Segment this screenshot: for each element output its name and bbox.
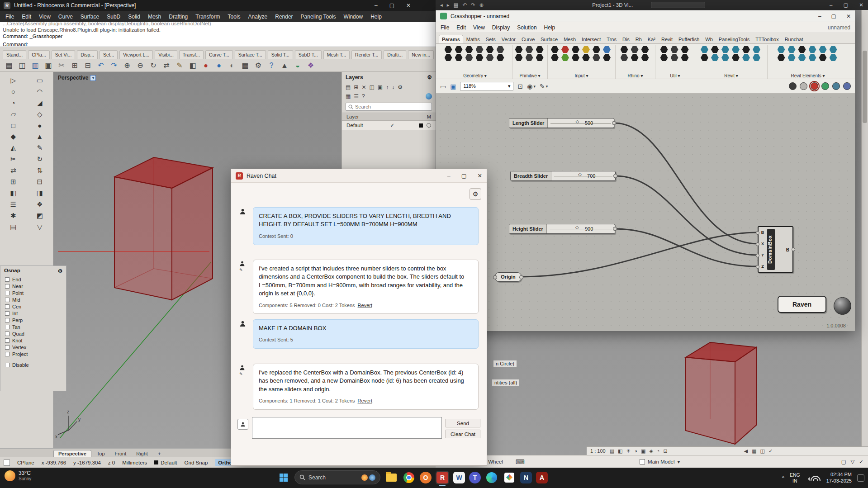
chat-message-input[interactable] — [252, 417, 442, 439]
sidebar-tool-icon[interactable]: ▲ — [36, 133, 43, 141]
view-control-icon[interactable]: ⊡ — [664, 448, 668, 454]
osnap-disable-checkbox[interactable]: Disable — [0, 361, 66, 368]
checkbox-icon[interactable] — [5, 363, 9, 367]
grasshopper-canvas[interactable]: Length Slider ◇ 500 Breadth Slider ◇ 700… — [436, 94, 855, 331]
infocenter-search-box[interactable] — [651, 2, 705, 8]
toolbar-icon[interactable]: ✂ — [57, 61, 66, 70]
gh-component-icon[interactable] — [497, 54, 504, 61]
preview-mode-icon[interactable] — [800, 82, 807, 90]
layers-search-input[interactable] — [355, 104, 423, 109]
preview-mode-icon[interactable] — [789, 82, 797, 90]
open-file-icon[interactable]: ▭ — [440, 83, 446, 90]
gh-component-icon[interactable] — [788, 46, 796, 53]
gear-icon[interactable]: ⚙ — [427, 74, 432, 81]
toolbar-tab[interactable]: Sel... — [100, 50, 118, 59]
frame-icon[interactable]: ⊡ — [517, 83, 523, 90]
revit-quick-access-icon[interactable]: ▸ — [447, 2, 450, 8]
osnap-checkbox[interactable]: Tan — [0, 323, 66, 330]
domainbox-input-z[interactable]: Z — [760, 264, 765, 269]
gh-component-icon[interactable] — [660, 46, 668, 53]
gh-menu-help[interactable]: Help — [544, 24, 555, 31]
rhino-menu-item[interactable]: Window — [343, 14, 363, 20]
toolbar-icon[interactable]: ? — [267, 62, 276, 70]
toolbar-icon[interactable]: ⚙ — [254, 61, 263, 70]
gh-component-icon[interactable] — [593, 46, 600, 53]
revit-quick-access-icon[interactable]: ◂ — [440, 2, 443, 8]
maximize-icon[interactable]: ▢ — [389, 2, 394, 9]
gh-category-tab[interactable]: Maths — [464, 35, 483, 43]
gh-group-label[interactable]: Input — [574, 73, 584, 78]
preview-mode-icon[interactable] — [832, 82, 840, 90]
toolbar-icon[interactable]: ❖ — [306, 61, 315, 70]
domainbox-output-b[interactable]: B — [786, 247, 789, 252]
domainbox-input-x[interactable]: X — [760, 242, 765, 246]
maximize-icon[interactable]: ▢ — [461, 172, 467, 179]
gh-component-icon[interactable] — [711, 46, 719, 53]
view-scale[interactable]: 1 : 100 — [590, 448, 606, 454]
gh-component-icon[interactable] — [445, 46, 452, 53]
sidebar-tool-icon[interactable]: ◨ — [37, 189, 43, 197]
preview-eye-icon[interactable]: ◉ — [527, 83, 532, 90]
gh-component-icon[interactable] — [721, 46, 729, 53]
send-button[interactable]: Send — [446, 419, 480, 427]
sidebar-tool-icon[interactable]: ▽ — [37, 223, 43, 231]
gh-category-tab[interactable]: PanelingTools — [716, 35, 753, 43]
osnap-checkbox[interactable]: Perp — [0, 317, 66, 323]
gh-component-icon[interactable] — [819, 46, 827, 53]
domainbox-input-y[interactable]: Y — [760, 253, 765, 257]
gh-component-icon[interactable] — [641, 46, 649, 53]
app-icon-file-explorer[interactable] — [384, 471, 398, 484]
layer-material-icon[interactable] — [427, 123, 431, 128]
gh-category-tab[interactable]: Ka² — [645, 35, 658, 43]
weather-widget[interactable]: 33°C Sunny — [5, 470, 31, 481]
toolbar-icon[interactable]: ◫ — [18, 61, 27, 70]
osnap-checkbox[interactable]: Vertex — [0, 344, 66, 351]
app-icon-acrobat[interactable]: A — [536, 472, 548, 483]
status-layer[interactable]: Default — [154, 460, 177, 465]
toolbar-icon[interactable]: ⇄ — [162, 61, 171, 70]
layers-toolbar-icon[interactable]: ↑ — [386, 84, 389, 90]
maximize-icon[interactable]: ▢ — [843, 2, 848, 8]
gh-component-icon[interactable] — [778, 54, 785, 61]
viewport-title[interactable]: Perspective ▾ — [58, 75, 96, 81]
selection-control-icon[interactable]: ✓ — [768, 448, 773, 454]
checkbox-icon[interactable] — [5, 291, 9, 295]
layers-view-icon[interactable]: ☰ — [354, 93, 359, 99]
gh-component-icon[interactable] — [515, 46, 523, 53]
sidebar-tool-icon[interactable]: ◇ — [37, 110, 43, 118]
gh-component-icon[interactable] — [536, 54, 544, 61]
osnap-checkbox[interactable]: Knot — [0, 337, 66, 344]
network-volume-icons[interactable] — [806, 475, 821, 481]
sidebar-tool-icon[interactable]: □ — [11, 122, 15, 129]
gh-category-tab[interactable]: Sets — [483, 35, 498, 43]
sidebar-tool-icon[interactable]: ✎ — [37, 144, 43, 152]
toolbar-icon[interactable]: ● — [201, 62, 210, 70]
app-icon-photos[interactable] — [503, 471, 516, 484]
layers-toolbar-icon[interactable]: ▤ — [346, 84, 351, 90]
gh-component-icon[interactable] — [621, 46, 628, 53]
slider-knob[interactable]: ◇ — [575, 225, 579, 230]
close-icon[interactable]: ✕ — [406, 2, 411, 9]
gh-category-tab[interactable]: Revit — [659, 35, 675, 43]
close-icon[interactable]: ✕ — [478, 172, 482, 179]
gh-category-tab[interactable]: Surface — [538, 35, 560, 43]
selection-control-icon[interactable]: ▦ — [752, 448, 756, 454]
gh-component-icon[interactable] — [486, 54, 494, 61]
sidebar-tool-icon[interactable]: ◩ — [37, 212, 43, 220]
gh-component-icon[interactable] — [486, 46, 494, 53]
osnap-checkbox[interactable]: Quad — [0, 330, 66, 337]
view-control-icon[interactable]: ◑ — [634, 448, 637, 454]
sidebar-tool-icon[interactable]: ↻ — [37, 155, 43, 163]
sidebar-tool-icon[interactable]: ✱ — [10, 212, 16, 220]
sidebar-tool-icon[interactable]: ● — [38, 122, 42, 129]
layers-toolbar-icon[interactable]: ◫ — [369, 84, 374, 90]
gh-category-tab[interactable]: Trns — [604, 35, 619, 43]
toolbar-tab[interactable]: Mesh T... — [323, 50, 350, 59]
raven-sphere-icon[interactable] — [834, 297, 851, 315]
osnap-checkbox[interactable]: Project — [0, 351, 66, 357]
revert-link[interactable]: Revert — [358, 398, 372, 403]
app-icon-notion[interactable]: N — [520, 472, 532, 483]
output-nub[interactable] — [612, 121, 616, 125]
toolbar-icon[interactable]: ◒ — [293, 62, 302, 70]
app-icon-raven[interactable]: R — [436, 471, 449, 484]
